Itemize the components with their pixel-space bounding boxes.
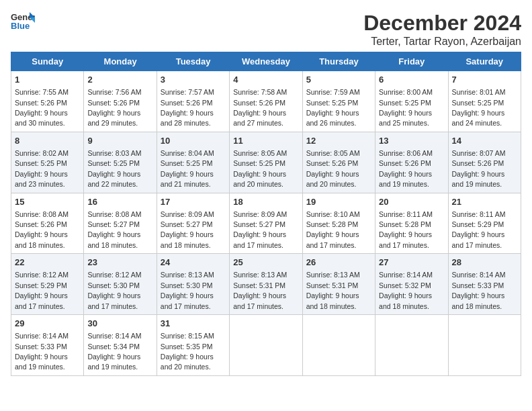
day-number: 4 <box>233 74 298 86</box>
calendar-day-cell: 25Sunrise: 8:13 AM Sunset: 5:31 PM Dayli… <box>230 254 302 315</box>
day-number: 13 <box>379 135 444 147</box>
page-header: General Blue December 2024 Terter, Tarta… <box>11 11 521 48</box>
day-info: Sunrise: 7:56 AM Sunset: 5:26 PM Dayligh… <box>87 88 141 127</box>
calendar-day-cell: 14Sunrise: 8:07 AM Sunset: 5:26 PM Dayli… <box>448 132 521 193</box>
day-info: Sunrise: 8:01 AM Sunset: 5:25 PM Dayligh… <box>452 88 506 127</box>
day-info: Sunrise: 7:59 AM Sunset: 5:25 PM Dayligh… <box>306 88 360 127</box>
day-info: Sunrise: 8:10 AM Sunset: 5:28 PM Dayligh… <box>306 210 360 249</box>
day-info: Sunrise: 8:05 AM Sunset: 5:26 PM Dayligh… <box>306 149 360 188</box>
calendar-day-cell <box>375 315 448 376</box>
weekday-header: Thursday <box>302 52 375 71</box>
calendar-day-cell: 1Sunrise: 7:55 AM Sunset: 5:26 PM Daylig… <box>11 71 84 132</box>
day-info: Sunrise: 8:04 AM Sunset: 5:25 PM Dayligh… <box>161 149 214 188</box>
day-number: 15 <box>15 196 80 208</box>
title-block: December 2024 Terter, Tartar Rayon, Azer… <box>363 11 521 48</box>
calendar-day-cell: 21Sunrise: 8:11 AM Sunset: 5:29 PM Dayli… <box>448 193 521 254</box>
calendar-day-cell: 9Sunrise: 8:03 AM Sunset: 5:25 PM Daylig… <box>84 132 157 193</box>
day-info: Sunrise: 8:14 AM Sunset: 5:33 PM Dayligh… <box>452 271 506 310</box>
calendar-week-row: 29Sunrise: 8:14 AM Sunset: 5:33 PM Dayli… <box>11 315 521 376</box>
calendar-day-cell: 15Sunrise: 8:08 AM Sunset: 5:26 PM Dayli… <box>11 193 84 254</box>
calendar-day-cell: 29Sunrise: 8:14 AM Sunset: 5:33 PM Dayli… <box>11 315 84 376</box>
day-info: Sunrise: 8:13 AM Sunset: 5:31 PM Dayligh… <box>233 271 287 310</box>
calendar-week-row: 8Sunrise: 8:02 AM Sunset: 5:25 PM Daylig… <box>11 132 521 193</box>
day-info: Sunrise: 8:14 AM Sunset: 5:33 PM Dayligh… <box>15 332 69 371</box>
calendar-day-cell: 27Sunrise: 8:14 AM Sunset: 5:32 PM Dayli… <box>375 254 448 315</box>
day-number: 2 <box>87 74 152 86</box>
day-info: Sunrise: 8:12 AM Sunset: 5:30 PM Dayligh… <box>87 271 141 310</box>
calendar-day-cell: 4Sunrise: 7:58 AM Sunset: 5:26 PM Daylig… <box>230 71 302 132</box>
calendar-day-cell: 17Sunrise: 8:09 AM Sunset: 5:27 PM Dayli… <box>157 193 229 254</box>
calendar-day-cell: 31Sunrise: 8:15 AM Sunset: 5:35 PM Dayli… <box>157 315 229 376</box>
calendar-day-cell <box>230 315 302 376</box>
logo: General Blue <box>11 11 35 31</box>
weekday-header: Wednesday <box>230 52 302 71</box>
calendar-day-cell <box>302 315 375 376</box>
weekday-header: Friday <box>375 52 448 71</box>
calendar-day-cell: 2Sunrise: 7:56 AM Sunset: 5:26 PM Daylig… <box>84 71 157 132</box>
day-info: Sunrise: 8:13 AM Sunset: 5:30 PM Dayligh… <box>161 271 214 310</box>
calendar-week-row: 1Sunrise: 7:55 AM Sunset: 5:26 PM Daylig… <box>11 71 521 132</box>
calendar-day-cell: 13Sunrise: 8:06 AM Sunset: 5:26 PM Dayli… <box>375 132 448 193</box>
day-number: 21 <box>452 196 517 208</box>
calendar-day-cell: 24Sunrise: 8:13 AM Sunset: 5:30 PM Dayli… <box>157 254 229 315</box>
day-info: Sunrise: 8:08 AM Sunset: 5:27 PM Dayligh… <box>87 210 141 249</box>
calendar-day-cell: 20Sunrise: 8:11 AM Sunset: 5:28 PM Dayli… <box>375 193 448 254</box>
day-number: 20 <box>379 196 444 208</box>
calendar-day-cell: 6Sunrise: 8:00 AM Sunset: 5:25 PM Daylig… <box>375 71 448 132</box>
calendar-day-cell: 26Sunrise: 8:13 AM Sunset: 5:31 PM Dayli… <box>302 254 375 315</box>
day-info: Sunrise: 8:13 AM Sunset: 5:31 PM Dayligh… <box>306 271 360 310</box>
weekday-header: Saturday <box>448 52 521 71</box>
day-number: 31 <box>161 318 226 330</box>
day-info: Sunrise: 8:09 AM Sunset: 5:27 PM Dayligh… <box>161 210 214 249</box>
calendar-header: SundayMondayTuesdayWednesdayThursdayFrid… <box>11 52 521 71</box>
day-info: Sunrise: 7:55 AM Sunset: 5:26 PM Dayligh… <box>15 88 69 127</box>
day-number: 6 <box>379 74 444 86</box>
day-number: 27 <box>379 257 444 269</box>
subtitle: Terter, Tartar Rayon, Azerbaijan <box>363 36 521 48</box>
day-number: 5 <box>306 74 371 86</box>
day-info: Sunrise: 8:12 AM Sunset: 5:29 PM Dayligh… <box>15 271 69 310</box>
day-info: Sunrise: 8:03 AM Sunset: 5:25 PM Dayligh… <box>87 149 141 188</box>
calendar-day-cell: 10Sunrise: 8:04 AM Sunset: 5:25 PM Dayli… <box>157 132 229 193</box>
day-number: 11 <box>233 135 298 147</box>
calendar-table: SundayMondayTuesdayWednesdayThursdayFrid… <box>11 52 521 376</box>
weekday-header: Tuesday <box>157 52 229 71</box>
main-title: December 2024 <box>363 11 521 36</box>
day-info: Sunrise: 8:15 AM Sunset: 5:35 PM Dayligh… <box>161 332 214 371</box>
day-number: 23 <box>87 257 152 269</box>
calendar-day-cell <box>448 315 521 376</box>
calendar-day-cell: 23Sunrise: 8:12 AM Sunset: 5:30 PM Dayli… <box>84 254 157 315</box>
day-info: Sunrise: 8:06 AM Sunset: 5:26 PM Dayligh… <box>379 149 433 188</box>
calendar-day-cell: 22Sunrise: 8:12 AM Sunset: 5:29 PM Dayli… <box>11 254 84 315</box>
day-info: Sunrise: 8:11 AM Sunset: 5:29 PM Dayligh… <box>452 210 506 249</box>
day-number: 19 <box>306 196 371 208</box>
calendar-week-row: 22Sunrise: 8:12 AM Sunset: 5:29 PM Dayli… <box>11 254 521 315</box>
day-number: 16 <box>87 196 152 208</box>
day-number: 25 <box>233 257 298 269</box>
day-number: 26 <box>306 257 371 269</box>
calendar-day-cell: 3Sunrise: 7:57 AM Sunset: 5:26 PM Daylig… <box>157 71 229 132</box>
day-info: Sunrise: 7:57 AM Sunset: 5:26 PM Dayligh… <box>161 88 214 127</box>
day-info: Sunrise: 8:07 AM Sunset: 5:26 PM Dayligh… <box>452 149 506 188</box>
weekday-header: Monday <box>84 52 157 71</box>
day-number: 29 <box>15 318 80 330</box>
calendar-week-row: 15Sunrise: 8:08 AM Sunset: 5:26 PM Dayli… <box>11 193 521 254</box>
day-info: Sunrise: 8:00 AM Sunset: 5:25 PM Dayligh… <box>379 88 433 127</box>
calendar-day-cell: 28Sunrise: 8:14 AM Sunset: 5:33 PM Dayli… <box>448 254 521 315</box>
day-info: Sunrise: 8:02 AM Sunset: 5:25 PM Dayligh… <box>15 149 69 188</box>
day-info: Sunrise: 8:09 AM Sunset: 5:27 PM Dayligh… <box>233 210 287 249</box>
calendar-day-cell: 11Sunrise: 8:05 AM Sunset: 5:25 PM Dayli… <box>230 132 302 193</box>
day-number: 7 <box>452 74 517 86</box>
calendar-day-cell: 8Sunrise: 8:02 AM Sunset: 5:25 PM Daylig… <box>11 132 84 193</box>
day-number: 3 <box>161 74 226 86</box>
day-info: Sunrise: 8:11 AM Sunset: 5:28 PM Dayligh… <box>379 210 433 249</box>
calendar-day-cell: 18Sunrise: 8:09 AM Sunset: 5:27 PM Dayli… <box>230 193 302 254</box>
day-info: Sunrise: 8:05 AM Sunset: 5:25 PM Dayligh… <box>233 149 287 188</box>
day-info: Sunrise: 7:58 AM Sunset: 5:26 PM Dayligh… <box>233 88 287 127</box>
day-number: 30 <box>87 318 152 330</box>
day-number: 9 <box>87 135 152 147</box>
day-info: Sunrise: 8:14 AM Sunset: 5:32 PM Dayligh… <box>379 271 433 310</box>
day-number: 12 <box>306 135 371 147</box>
svg-text:Blue: Blue <box>11 21 30 31</box>
logo-icon: General Blue <box>11 11 35 31</box>
